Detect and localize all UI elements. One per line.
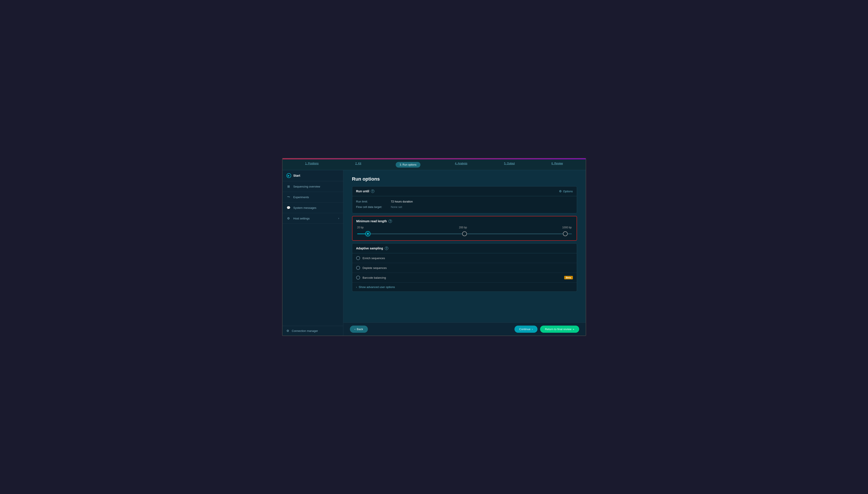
bottom-right-buttons: Continue › Return to final review » [515, 326, 579, 333]
sidebar-label-experiments: Experiments [293, 195, 339, 199]
min-read-length-card: Minimum read length ? 20 bp 200 bp 1000 … [352, 216, 577, 241]
sidebar-connection-manager[interactable]: ⚙ Connection manager [282, 326, 343, 336]
review-label: Return to final review [545, 327, 571, 331]
adaptive-sampling-card: Adaptive sampling ? Enrich sequences Dep… [352, 243, 577, 292]
flow-cell-value: None set [391, 205, 402, 209]
chevron-right-icon: › [356, 286, 357, 289]
deplete-radio[interactable] [356, 266, 360, 270]
return-to-final-review-button[interactable]: Return to final review » [540, 326, 579, 333]
flow-cell-row: Flow cell data target: None set [356, 204, 573, 210]
top-nav: 1. Positions 2. Kit 3. Run options 4. An… [282, 159, 586, 170]
step-analysis[interactable]: 4. Analysis [453, 162, 469, 168]
run-limit-row: Run limit: 72 hours duration [356, 199, 573, 204]
min-read-length-title-group: Minimum read length ? [356, 220, 573, 223]
sidebar-spacer [282, 224, 343, 326]
run-until-body: Run limit: 72 hours duration Flow cell d… [352, 196, 577, 213]
barcode-label: Barcode balancing [363, 276, 561, 279]
run-until-help-icon[interactable]: ? [371, 189, 374, 193]
run-until-header: Run until ? ⚙ Options [352, 187, 577, 196]
options-button[interactable]: ⚙ Options [559, 189, 573, 193]
slider-max-label: 1000 bp [562, 226, 572, 229]
sidebar-header: ▶ Start [282, 170, 343, 181]
adaptive-sampling-header: Adaptive sampling ? [352, 244, 577, 253]
sidebar-label-host-settings: Host settings [293, 217, 338, 220]
adaptive-sampling-title: Adaptive sampling [356, 247, 383, 250]
barcode-balancing-row[interactable]: Barcode balancing Beta [352, 273, 577, 283]
step-output[interactable]: 5. Output [502, 162, 517, 168]
deplete-label: Deplete sequences [363, 266, 573, 270]
bottom-bar: ‹ Back Continue › Return to final review… [343, 323, 586, 336]
main-layout: ▶ Start ⊞ Sequencing overview 〜 Experime… [282, 170, 586, 336]
settings-icon: ⚙ [287, 216, 291, 221]
run-until-card: Run until ? ⚙ Options Run limit: 72 hour… [352, 186, 577, 213]
content-area: Run options Run until ? ⚙ Options [343, 170, 586, 323]
sidebar-header-label: Start [293, 174, 300, 177]
step-kit[interactable]: 2. Kit [353, 162, 363, 168]
sidebar-item-experiments[interactable]: 〜 Experiments [282, 192, 343, 203]
continue-label: Continue [519, 327, 531, 331]
sidebar-item-host-settings[interactable]: ⚙ Host settings › [282, 213, 343, 224]
sidebar-label-sequencing-overview: Sequencing overview [293, 185, 339, 188]
continue-button[interactable]: Continue › [515, 326, 537, 333]
min-read-length-title: Minimum read length [356, 220, 387, 223]
enrich-sequences-row[interactable]: Enrich sequences [352, 253, 577, 263]
grid-icon: ⊞ [287, 184, 291, 189]
flow-cell-label: Flow cell data target: [356, 205, 391, 209]
continue-chevron-icon: › [532, 327, 533, 331]
options-label: Options [563, 190, 573, 193]
app-window: 1. Positions 2. Kit 3. Run options 4. An… [282, 158, 586, 336]
run-until-title-group: Run until ? [356, 189, 375, 193]
back-chevron-icon: ‹ [355, 327, 355, 331]
run-until-title: Run until [356, 189, 369, 193]
page-title: Run options [352, 176, 577, 182]
review-double-chevron-icon: » [573, 327, 574, 331]
sidebar: ▶ Start ⊞ Sequencing overview 〜 Experime… [282, 170, 343, 336]
slider-mid-label: 200 bp [459, 226, 467, 229]
beta-badge: Beta [564, 276, 573, 279]
step-run-options[interactable]: 3. Run options [396, 162, 420, 168]
sidebar-label-system-messages: System messages [293, 206, 339, 209]
min-read-length-help-icon[interactable]: ? [388, 220, 392, 223]
slider-thumb-mid[interactable] [462, 231, 467, 236]
back-button[interactable]: ‹ Back [350, 326, 368, 333]
run-limit-label: Run limit: [356, 200, 391, 203]
wave-icon: 〜 [287, 195, 291, 199]
connection-icon: ⚙ [287, 329, 289, 332]
show-advanced-label: Show advanced user options [359, 285, 395, 289]
connection-manager-label: Connection manager [292, 329, 318, 332]
slider-track-wrapper[interactable] [357, 230, 572, 237]
enrich-radio[interactable] [356, 256, 360, 260]
arrow-right-icon: › [338, 217, 339, 220]
slider-thumb-left[interactable] [366, 231, 370, 236]
run-limit-value: 72 hours duration [391, 200, 413, 203]
deplete-sequences-row[interactable]: Deplete sequences [352, 263, 577, 273]
gear-icon: ⚙ [559, 189, 562, 193]
back-label: Back [357, 327, 363, 331]
barcode-radio[interactable] [356, 276, 360, 280]
sidebar-item-system-messages[interactable]: 💬 System messages [282, 203, 343, 213]
adaptive-sampling-help-icon[interactable]: ? [385, 247, 388, 250]
read-length-slider-container: 20 bp 200 bp 1000 bp [356, 226, 573, 237]
start-icon: ▶ [287, 173, 291, 178]
slider-labels: 20 bp 200 bp 1000 bp [357, 226, 572, 229]
slider-thumb-right[interactable] [563, 231, 568, 236]
show-advanced-row[interactable]: › Show advanced user options [352, 283, 577, 291]
sidebar-item-sequencing-overview[interactable]: ⊞ Sequencing overview [282, 181, 343, 192]
chat-icon: 💬 [287, 206, 291, 210]
content-wrapper: Run options Run until ? ⚙ Options [343, 170, 586, 336]
enrich-label: Enrich sequences [363, 256, 573, 260]
step-review[interactable]: 6. Review [549, 162, 565, 168]
steps-nav: 1. Positions 2. Kit 3. Run options 4. An… [282, 162, 586, 168]
slider-min-label: 20 bp [357, 226, 364, 229]
step-positions[interactable]: 1. Positions [303, 162, 321, 168]
